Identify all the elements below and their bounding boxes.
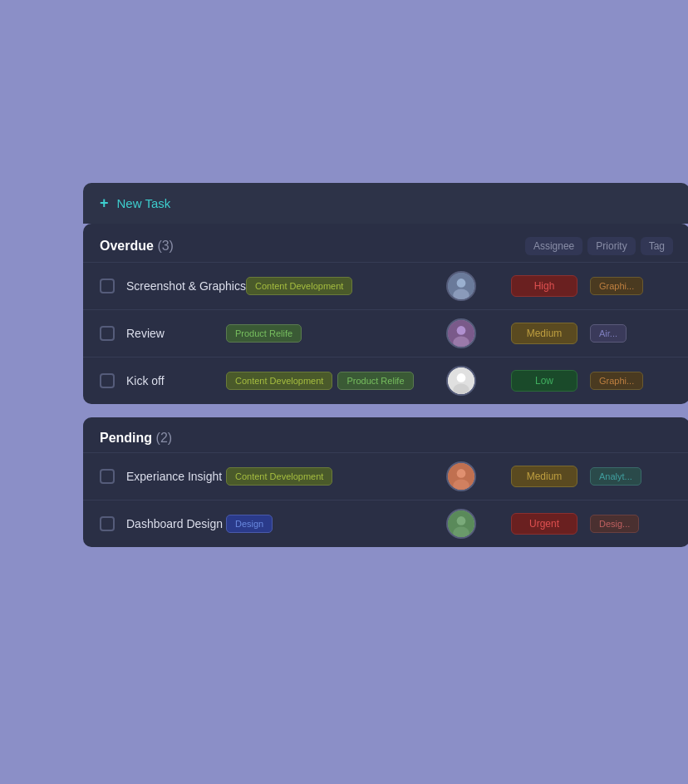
pending-header: Pending (2) — [83, 417, 688, 452]
tag-col: Desig... — [590, 515, 673, 533]
new-task-label: New Task — [117, 196, 171, 210]
task-checkbox[interactable] — [100, 469, 115, 484]
priority-badge: Urgent — [511, 513, 577, 535]
tag-badge: Product Relife — [337, 372, 413, 390]
table-row: Dashboard Design Design Urgent Desig... — [83, 500, 688, 547]
priority-col: Urgent — [499, 513, 590, 535]
avatar — [446, 366, 476, 396]
svg-point-7 — [457, 373, 466, 382]
priority-col: Low — [499, 370, 590, 392]
priority-badge: High — [511, 275, 577, 297]
plus-icon: + — [100, 195, 109, 212]
main-container: + New Task Overdue (3) Assignee Priority… — [83, 183, 688, 560]
svg-point-1 — [457, 279, 466, 288]
task-name: Screenshot & Graphics — [126, 279, 246, 293]
svg-point-13 — [457, 516, 466, 525]
tag-badge: Design — [226, 515, 273, 533]
task-tags: Design — [226, 515, 424, 533]
tag-col: Air... — [590, 324, 673, 343]
table-row: Experiance Insight Content Development M… — [83, 452, 688, 500]
assignee-col — [424, 318, 499, 348]
priority-badge: Medium — [511, 323, 577, 344]
avatar — [446, 271, 476, 301]
section-tag: Analyt... — [590, 467, 641, 486]
priority-badge: Medium — [511, 466, 577, 487]
table-row: Screenshot & Graphics Content Developmen… — [83, 262, 688, 309]
section-tag: Graphi... — [590, 277, 643, 295]
table-row: Review Product Relife Medium Air... — [83, 309, 688, 357]
task-name: Review — [126, 327, 226, 340]
tag-badge: Content Development — [226, 372, 332, 390]
avatar — [446, 461, 476, 491]
tag-badge: Content Development — [226, 467, 332, 486]
section-tag: Desig... — [590, 515, 639, 533]
task-checkbox[interactable] — [100, 279, 115, 293]
pending-section: Pending (2) Experiance Insight Content D… — [83, 417, 688, 547]
tag-col: Graphi... — [590, 372, 673, 390]
avatar — [446, 318, 476, 348]
assignee-col — [424, 271, 499, 301]
assignee-col — [424, 366, 499, 396]
tag-col-header: Tag — [641, 237, 673, 255]
section-tag: Air... — [590, 324, 627, 343]
svg-point-10 — [457, 469, 466, 478]
new-task-bar[interactable]: + New Task — [83, 183, 688, 224]
pending-title: Pending (2) — [100, 431, 673, 446]
priority-col: High — [499, 275, 590, 297]
table-row: Kick off Content Development Product Rel… — [83, 357, 688, 404]
priority-col: Medium — [499, 323, 590, 344]
task-tags: Content Development Product Relife — [226, 372, 424, 390]
task-checkbox[interactable] — [100, 516, 115, 531]
task-checkbox[interactable] — [100, 373, 115, 388]
overdue-section: Overdue (3) Assignee Priority Tag Screen… — [83, 224, 688, 404]
tag-col: Graphi... — [590, 277, 673, 295]
section-tag: Graphi... — [590, 372, 643, 390]
overdue-title: Overdue (3) — [100, 239, 525, 254]
priority-col-header: Priority — [587, 237, 635, 255]
task-name: Dashboard Design — [126, 517, 226, 530]
assignee-col-header: Assignee — [525, 237, 582, 255]
tag-badge: Product Relife — [226, 324, 302, 343]
tag-col: Analyt... — [590, 467, 673, 486]
tag-badge: Content Development — [246, 277, 352, 295]
assignee-col — [424, 461, 499, 491]
overdue-header: Overdue (3) Assignee Priority Tag — [83, 224, 688, 262]
task-checkbox[interactable] — [100, 326, 115, 341]
priority-col: Medium — [499, 466, 590, 487]
svg-point-4 — [457, 326, 466, 335]
priority-badge: Low — [511, 370, 577, 392]
avatar — [446, 509, 476, 539]
task-tags: Product Relife — [226, 324, 424, 343]
task-name: Kick off — [126, 374, 226, 387]
task-tags: Content Development — [246, 277, 424, 295]
assignee-col — [424, 509, 499, 539]
task-tags: Content Development — [226, 467, 424, 486]
task-name: Experiance Insight — [126, 470, 226, 483]
